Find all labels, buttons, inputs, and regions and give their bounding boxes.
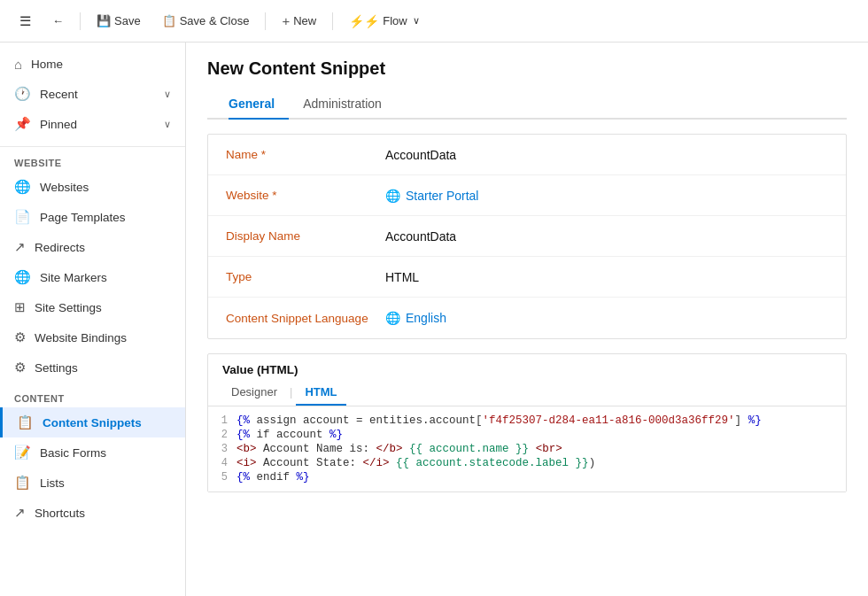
flow-chevron-icon: ∨: [413, 15, 420, 27]
sidebar-item-site-markers[interactable]: 🌐 Site Markers: [0, 262, 185, 292]
value-tab-designer[interactable]: Designer: [222, 380, 286, 406]
sidebar-item-basic-forms[interactable]: 📝 Basic Forms: [0, 437, 185, 468]
line-num-1: 1: [208, 414, 236, 427]
sidebar-item-settings[interactable]: ⚙ Settings: [0, 352, 185, 383]
globe-icon: 🌐: [385, 311, 400, 325]
new-icon: +: [282, 13, 290, 28]
tabs: General Administration: [207, 89, 847, 120]
sidebar-item-label: Recent: [40, 88, 78, 101]
type-value: HTML: [385, 270, 828, 284]
sidebar-item-shortcuts[interactable]: ↗ Shortcuts: [0, 498, 185, 528]
sidebar-item-recent[interactable]: 🕐 Recent ∨: [0, 79, 185, 109]
sidebar-item-label: Website Bindings: [35, 331, 127, 344]
save-close-icon: 📋: [162, 14, 176, 27]
new-button[interactable]: + New: [273, 10, 325, 32]
value-section: Value (HTML) Designer | HTML 1 {% assign…: [207, 353, 847, 492]
page-header: New Content Snippet General Administrati…: [186, 43, 868, 120]
website-label: Website *: [226, 189, 385, 202]
sidebar-item-label: Content Snippets: [43, 416, 142, 430]
content-section-label: Content: [0, 383, 185, 407]
home-icon: ⌂: [14, 57, 22, 72]
form-row-name: Name * AccountData: [208, 135, 846, 175]
value-tab-html[interactable]: HTML: [296, 380, 345, 406]
form-row-website: Website * 🌐 Starter Portal: [208, 175, 846, 216]
sidebar-item-pinned[interactable]: 📌 Pinned ∨: [0, 109, 185, 139]
tab-general[interactable]: General: [229, 89, 289, 120]
website-section-label: Website: [0, 147, 185, 172]
website-link[interactable]: 🌐 Starter Portal: [385, 189, 828, 203]
line-num-5: 5: [208, 471, 236, 484]
list-icon: 📋: [14, 475, 31, 491]
code-line-3: 3 <b> Account Name is: </b> {{ account.n…: [208, 442, 846, 456]
flow-icon: ⚡⚡: [349, 14, 379, 28]
form-row-language: Content Snippet Language 🌐 English: [208, 298, 846, 338]
code-line-4: 4 <i> Account State: </i> {{ account.sta…: [208, 456, 846, 470]
code-editor[interactable]: 1 {% assign account = entities.account['…: [208, 406, 846, 492]
hamburger-button[interactable]: ☰: [11, 10, 40, 33]
sidebar-item-lists[interactable]: 📋 Lists: [0, 468, 185, 498]
page-icon: 📄: [14, 209, 31, 225]
gear-icon: ⚙: [14, 360, 26, 375]
form-row-type: Type HTML: [208, 257, 846, 298]
language-label: Content Snippet Language: [226, 312, 385, 325]
save-icon: 💾: [97, 14, 111, 27]
sidebar-item-home[interactable]: ⌂ Home: [0, 50, 185, 79]
snippet-icon: 📋: [17, 414, 34, 430]
flow-label: Flow: [383, 14, 407, 27]
tab-divider: |: [286, 380, 296, 406]
save-button[interactable]: 💾 Save: [88, 11, 150, 31]
sidebar-item-redirects[interactable]: ↗ Redirects: [0, 232, 185, 262]
globe-icon: 🌐: [14, 179, 31, 195]
sidebar-item-website-bindings[interactable]: ⚙ Website Bindings: [0, 322, 185, 352]
code-line-5: 5 {% endif %}: [208, 470, 846, 484]
type-label: Type: [226, 270, 385, 283]
display-name-value: AccountData: [385, 229, 828, 244]
sidebar-item-label: Pinned: [40, 118, 77, 131]
name-label: Name *: [226, 148, 385, 161]
save-close-label: Save & Close: [180, 14, 250, 27]
sidebar-item-label: Home: [31, 58, 63, 71]
required-asterisk: *: [272, 189, 276, 202]
divider3: [332, 12, 333, 30]
code-line-1: 1 {% assign account = entities.account['…: [208, 414, 846, 428]
sidebar-item-label: Websites: [40, 181, 89, 194]
sidebar-item-label: Site Markers: [40, 271, 107, 284]
sidebar-item-content-snippets[interactable]: 📋 Content Snippets: [0, 407, 185, 437]
toolbar: ☰ ← 💾 Save 📋 Save & Close + New ⚡⚡ Flow …: [0, 0, 868, 43]
line-content-2: {% if account %}: [236, 429, 846, 441]
marker-icon: 🌐: [14, 269, 31, 285]
sidebar-item-websites[interactable]: 🌐 Websites: [0, 172, 185, 202]
divider2: [265, 12, 266, 30]
sidebar-item-page-templates[interactable]: 📄 Page Templates: [0, 202, 185, 232]
sidebar-item-label: Redirects: [35, 241, 85, 254]
settings-icon: ⊞: [14, 299, 26, 315]
flow-button[interactable]: ⚡⚡ Flow ∨: [340, 11, 428, 32]
line-content-3: <b> Account Name is: </b> {{ account.nam…: [236, 443, 846, 455]
save-close-button[interactable]: 📋 Save & Close: [153, 11, 259, 31]
sidebar-item-label: Lists: [40, 476, 65, 490]
sidebar-item-label: Basic Forms: [40, 446, 106, 460]
sidebar-item-site-settings[interactable]: ⊞ Site Settings: [0, 292, 185, 322]
form-icon: 📝: [14, 445, 31, 461]
line-content-1: {% assign account = entities.account['f4…: [236, 414, 846, 427]
back-icon: ←: [52, 14, 64, 27]
sidebar-item-label: Shortcuts: [35, 507, 85, 520]
value-tabs: Designer | HTML: [208, 376, 846, 406]
line-content-4: <i> Account State: </i> {{ account.state…: [236, 457, 846, 469]
tab-administration[interactable]: Administration: [303, 89, 396, 120]
back-button[interactable]: ←: [43, 11, 73, 31]
website-value: 🌐 Starter Portal: [385, 189, 828, 203]
line-content-5: {% endif %}: [236, 471, 846, 484]
save-label: Save: [114, 14, 141, 27]
pin-icon: 📌: [14, 116, 31, 132]
required-asterisk: *: [261, 148, 266, 161]
hamburger-icon: ☰: [19, 13, 31, 29]
chevron-down-icon: ∨: [164, 89, 171, 100]
sidebar-item-label: Settings: [35, 361, 78, 375]
chevron-down-icon: ∨: [164, 119, 171, 130]
sidebar-item-label: Page Templates: [40, 211, 126, 224]
form-row-display-name: Display Name AccountData: [208, 216, 846, 257]
name-value: AccountData: [385, 148, 828, 162]
language-link[interactable]: 🌐 English: [385, 311, 828, 325]
sidebar: ⌂ Home 🕐 Recent ∨ 📌 Pinned ∨ Website 🌐 W…: [0, 43, 186, 596]
